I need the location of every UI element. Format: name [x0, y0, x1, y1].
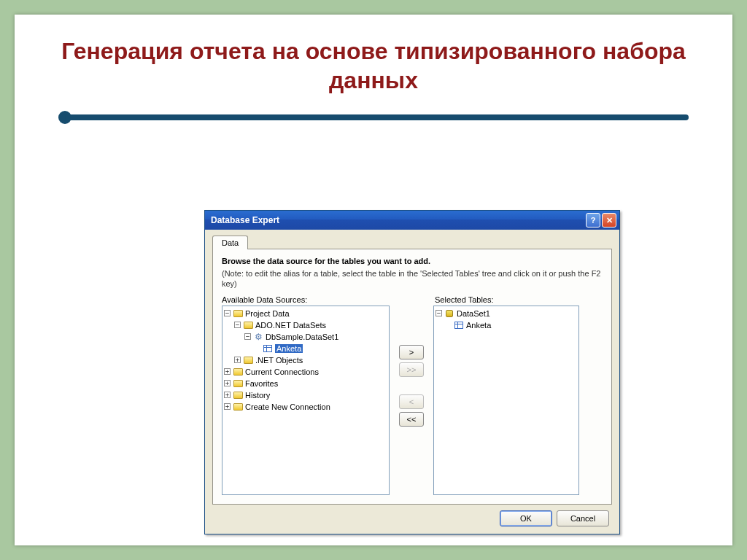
tab-data[interactable]: Data	[212, 236, 248, 249]
expand-icon[interactable]: +	[224, 392, 231, 398]
tree-label: .NET Objects	[255, 356, 303, 365]
close-button[interactable]: ✕	[602, 213, 616, 228]
collapse-icon[interactable]: −	[436, 310, 442, 316]
selected-label: Selected Tables:	[435, 295, 494, 304]
title-underline	[58, 111, 689, 124]
tree-label: DataSet1	[457, 309, 490, 318]
tree-node-favorites[interactable]: + Favorites	[224, 378, 387, 389]
database-icon	[446, 310, 453, 317]
folder-icon	[244, 322, 253, 329]
instructions-note: (Note: to edit the alias for a table, se…	[222, 268, 603, 289]
folder-icon	[233, 380, 243, 387]
folder-icon	[244, 357, 253, 364]
remove-button[interactable]: <	[399, 394, 424, 409]
dialog-titlebar[interactable]: Database Expert ? ✕	[205, 211, 619, 230]
folder-icon	[233, 392, 243, 399]
slide-title: Генерация отчета на основе типизированно…	[15, 15, 732, 102]
tree-node-project-data[interactable]: − Project Data	[224, 308, 387, 319]
slide: Генерация отчета на основе типизированно…	[15, 15, 732, 545]
expand-icon[interactable]: +	[224, 368, 231, 375]
database-expert-dialog: Database Expert ? ✕ Data Browse the data…	[204, 210, 620, 534]
expand-icon[interactable]: +	[234, 357, 241, 363]
remove-all-button[interactable]: <<	[399, 412, 424, 427]
dialog-body: Data Browse the data source for the tabl…	[205, 230, 619, 534]
tree-label: ADO.NET DataSets	[255, 321, 326, 330]
tree-node-create-new-connection[interactable]: + Create New Connection	[224, 401, 387, 413]
tree-label: Current Connections	[245, 368, 319, 376]
expand-icon[interactable]: +	[224, 403, 231, 410]
tree-node-history[interactable]: + History	[224, 389, 387, 401]
add-all-button[interactable]: >>	[399, 362, 424, 377]
tree-label: Favorites	[245, 379, 278, 388]
folder-icon	[233, 403, 243, 411]
table-icon	[263, 345, 272, 352]
tree-node-anketa[interactable]: Anketa	[224, 343, 387, 354]
tree-label: History	[245, 391, 270, 400]
folder-icon	[233, 368, 243, 376]
available-data-sources-tree[interactable]: − Project Data − ADO.NET DataSets − ⚙	[222, 306, 390, 495]
add-button[interactable]: >	[399, 345, 424, 359]
tree-node-dataset1[interactable]: − DataSet1	[436, 308, 577, 319]
tree-node-selected-anketa[interactable]: Anketa	[436, 319, 577, 331]
collapse-icon[interactable]: −	[234, 322, 241, 328]
tree-node-ado-net-datasets[interactable]: − ADO.NET DataSets	[224, 319, 387, 331]
transfer-buttons: > >> < <<	[390, 306, 433, 495]
tree-label: Project Data	[245, 309, 290, 318]
collapse-icon[interactable]: −	[244, 333, 251, 340]
help-button[interactable]: ?	[586, 213, 600, 228]
tab-panel: Browse the data source for the tables yo…	[212, 249, 612, 505]
tree-node-dbsample-dataset1[interactable]: − ⚙ DbSample.DataSet1	[224, 331, 387, 343]
available-label: Available Data Sources:	[222, 295, 391, 304]
dialog-title: Database Expert	[211, 215, 279, 225]
divider	[65, 114, 689, 120]
cancel-button[interactable]: Cancel	[557, 510, 609, 526]
folder-icon	[233, 310, 243, 317]
tree-label-selected: Anketa	[275, 344, 303, 353]
dataset-icon: ⚙	[253, 332, 263, 341]
column-labels: Available Data Sources: Selected Tables:	[222, 295, 603, 304]
instructions-heading: Browse the data source for the tables yo…	[222, 257, 603, 265]
tree-label: DbSample.DataSet1	[266, 332, 338, 341]
ok-button[interactable]: OK	[500, 510, 552, 526]
dialog-buttons: OK Cancel	[212, 505, 612, 526]
tree-node-current-connections[interactable]: + Current Connections	[224, 366, 387, 378]
tree-label: Anketa	[466, 321, 491, 330]
tree-label: Create New Connection	[245, 402, 330, 411]
tab-strip: Data	[212, 236, 612, 249]
table-icon	[454, 322, 463, 329]
selected-tables-tree[interactable]: − DataSet1 Anketa	[433, 306, 579, 495]
collapse-icon[interactable]: −	[224, 310, 231, 316]
expand-icon[interactable]: +	[224, 380, 231, 386]
tree-node-net-objects[interactable]: + .NET Objects	[224, 354, 387, 366]
